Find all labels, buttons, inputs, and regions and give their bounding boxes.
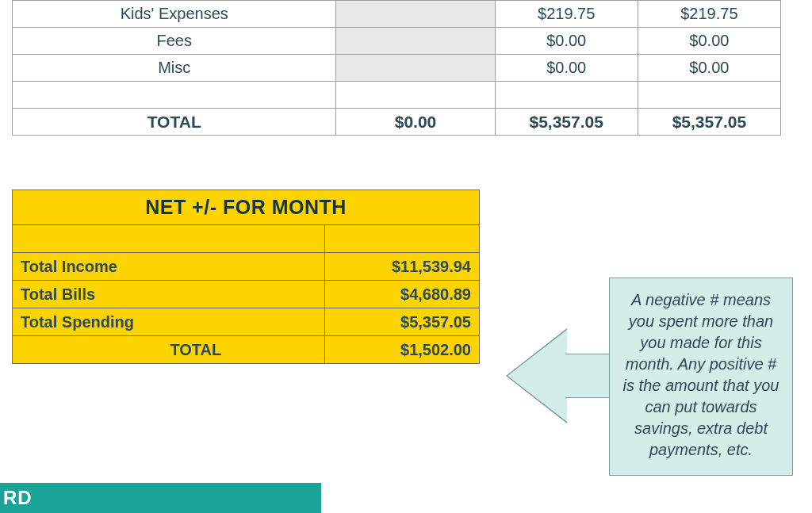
spending-total-c: $5,357.05 [638,109,780,136]
spending-total-row: TOTAL $0.00 $5,357.05 $5,357.05 [13,109,781,136]
spending-row-a [336,1,495,28]
net-row-value: $5,357.05 [325,308,480,336]
table-row: Kids' Expenses $219.75 $219.75 [13,1,781,28]
spending-row-c: $0.00 [638,28,780,55]
net-row-label: Total Spending [13,308,325,336]
spending-table: Kids' Expenses $219.75 $219.75 Fees $0.0… [12,0,781,136]
spending-total-a: $0.00 [336,109,495,136]
spending-row-b: $0.00 [495,28,638,55]
table-row: Misc $0.00 $0.00 [13,55,781,82]
arrow-stem [565,354,611,398]
spending-row-label: Fees [13,28,336,55]
table-row: Total Income $11,539.94 [13,253,480,281]
bottom-tab[interactable]: RD [0,483,321,513]
callout-arrow: A negative # means you spent more than y… [508,278,793,476]
spending-total-b: $5,357.05 [495,109,638,136]
spending-row-a [336,55,495,82]
spending-row-b: $0.00 [495,55,638,82]
callout-text: A negative # means you spent more than y… [609,278,793,476]
table-row: Fees $0.00 $0.00 [13,28,781,55]
spending-total-label: TOTAL [13,109,336,136]
spacer-row [13,82,781,109]
spending-row-label: Kids' Expenses [13,1,336,28]
spending-row-b: $219.75 [495,1,638,28]
net-total-value: $1,502.00 [325,336,480,364]
spacer-row [13,225,480,253]
table-row: Total Bills $4,680.89 [13,281,480,308]
net-row-label: Total Income [13,253,325,281]
net-row-value: $11,539.94 [325,253,480,281]
net-row-value: $4,680.89 [325,281,480,308]
arrow-left-icon [508,330,567,422]
table-row: Total Spending $5,357.05 [13,308,480,336]
spending-row-c: $219.75 [638,1,780,28]
net-header-row: NET +/- FOR MONTH [13,190,480,225]
net-row-label: Total Bills [13,281,325,308]
net-total-label: TOTAL [13,336,325,364]
spending-row-c: $0.00 [638,55,780,82]
net-total-row: TOTAL $1,502.00 [13,336,480,364]
net-month-table: NET +/- FOR MONTH Total Income $11,539.9… [12,190,480,364]
net-header: NET +/- FOR MONTH [13,190,480,225]
spending-row-label: Misc [13,55,336,82]
spending-row-a [336,28,495,55]
